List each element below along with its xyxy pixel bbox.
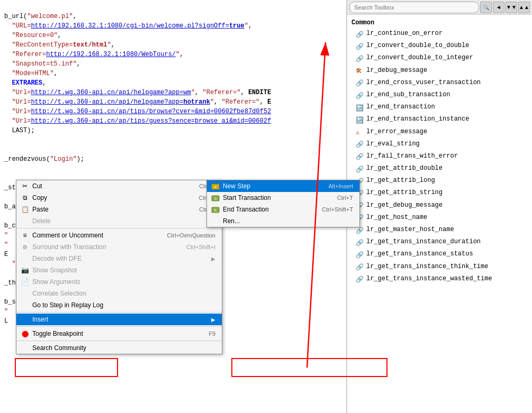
code-line: "Mode=HTML", <box>4 70 58 77</box>
nav-expand-button[interactable]: ▲▲ <box>518 2 530 13</box>
menu-item-insert-label: Insert <box>32 316 211 323</box>
code-line: "Snapshot=t5.inf", <box>4 60 80 68</box>
submenu-item-endtrans[interactable]: E End Transaction Ctrl+Shift+T <box>207 204 359 215</box>
menu-item-gotostep-label: Go to Step in Replay Log <box>32 301 215 309</box>
toolbox-item[interactable]: 🔗 lr_convert_double_to_double <box>347 40 532 52</box>
code-line: b_url("welcome.pl", <box>4 13 77 20</box>
snapshot-icon: 📷 <box>20 267 30 274</box>
toolbox-item[interactable]: 🔗 lr_get_trans_instance_wasted_time <box>347 273 532 285</box>
code-line <box>4 289 8 296</box>
toolbox-item-label: lr_convert_double_to_integer <box>366 53 473 63</box>
nav-collapse-button[interactable]: ▼▼ <box>506 2 517 13</box>
menu-item-comment[interactable]: ≡ Comment or Uncomment Ctrl+OemQuestion <box>16 230 222 241</box>
toolbox-item-label: lr_eval_string <box>366 139 420 149</box>
toolbox-item-label: lr_convert_double_to_double <box>366 41 469 51</box>
arrow-icon: ▶ <box>211 256 215 262</box>
toolbox-item[interactable]: 🔗 lr_end_cross_vuser_transaction <box>347 77 532 89</box>
menu-item-copy-label: Copy <box>32 194 183 201</box>
menu-separator-4 <box>16 341 222 341</box>
link-icon: 🔗 <box>356 42 363 50</box>
menu-item-decode[interactable]: Decode with DFE ▶ <box>16 253 222 264</box>
submenu-endtrans-label: End Transaction <box>223 206 311 213</box>
menu-item-cut[interactable]: ✂ Cut Ctrl+X <box>16 180 222 192</box>
menu-item-delete[interactable]: Delete Del <box>16 215 222 227</box>
menu-item-correlate[interactable]: Correlate Selection <box>16 288 222 299</box>
newstep-icon: + <box>210 182 221 190</box>
link-icon: 🔗 <box>356 275 363 282</box>
toolbox-item-label: lr_get_trans_instance_think_time <box>366 262 488 272</box>
context-menu: ✂ Cut Ctrl+X ⧉ Copy Ctrl+C 📋 Paste Ctrl+… <box>16 180 222 354</box>
code-line: LAST); <box>4 127 35 134</box>
transaction-icon: ⊕ <box>20 243 30 251</box>
menu-item-surround[interactable]: ⊕ Surround with Transaction Ctrl+Shift+I <box>16 241 222 253</box>
link-icon: 🔗 <box>356 238 363 246</box>
menu-item-copy[interactable]: ⧉ Copy Ctrl+C <box>16 192 222 204</box>
toolbox-item-label: lr_fail_trans_with_error <box>366 151 458 161</box>
menu-item-insert[interactable]: Insert ▶ <box>16 314 222 325</box>
link-icon: 🔗 <box>356 165 363 172</box>
submenu-starttrans-shortcut: Ctrl+T <box>327 195 353 201</box>
toolbox-item[interactable]: 🔗 lr_get_host_name <box>347 212 532 224</box>
toolbox-item[interactable]: 🔗 lr_convert_double_to_integer <box>347 52 532 64</box>
toolbox-item[interactable]: 🔗 lr_eval_string <box>347 138 532 150</box>
menu-item-gotostep[interactable]: Go to Step in Replay Log <box>16 299 222 311</box>
menu-item-search-community[interactable]: Search Community <box>16 342 222 354</box>
menu-item-search-community-label: Search Community <box>32 344 215 352</box>
submenu-newstep-label: New Step <box>223 182 318 190</box>
menu-item-breakpoint[interactable]: ⬤ Toggle Breakpoint F9 <box>16 328 222 339</box>
toolbox-item[interactable]: 🔗 lr_get_attrib_double <box>347 162 532 175</box>
toolbox-item[interactable]: ⚠ lr_error_message <box>347 126 532 138</box>
menu-item-correlate-label: Correlate Selection <box>32 290 215 297</box>
toolbox-search-bar: 🔍 ◄ ▼▼ ▲▲ <box>347 0 532 15</box>
toolbox-item[interactable]: 🔗 lr_end_sub_transaction <box>347 89 532 101</box>
toolbox-item[interactable]: 🔗 lr_get_debug_message <box>347 199 532 212</box>
toolbox-category-common: Common <box>347 17 532 27</box>
toolbox-item[interactable]: 🔗 lr_get_trans_instance_think_time <box>347 261 532 273</box>
menu-separator-3 <box>16 326 222 327</box>
code-line: _th <box>4 279 16 287</box>
menu-item-breakpoint-label: Toggle Breakpoint <box>32 330 193 337</box>
menu-item-paste[interactable]: 📋 Paste Ctrl+V <box>16 204 222 215</box>
toolbox-item[interactable]: 🔗 lr_get_master_host_name <box>347 224 532 236</box>
submenu-item-ren[interactable]: Ren... <box>207 215 359 227</box>
insert-submenu: + New Step Alt+Insert S Start Transactio… <box>206 180 360 227</box>
menu-separator-2 <box>16 312 222 313</box>
toolbox-item[interactable]: 🔗 lr_get_attrib_string <box>347 187 532 199</box>
submenu-starttrans-label: Start Transaction <box>223 194 327 201</box>
submenu-newstep-shortcut: Alt+Insert <box>318 183 353 189</box>
toolbox-item[interactable]: 🔚 lr_end_transaction_instance <box>347 113 532 125</box>
menu-item-comment-label: Comment or Uncomment <box>32 232 151 239</box>
toolbox-item[interactable]: 🔗 lr_get_attrib_long <box>347 175 532 187</box>
menu-item-snapshot[interactable]: 📷 Show Snapshot <box>16 264 222 276</box>
submenu-item-newstep[interactable]: + New Step Alt+Insert <box>207 180 359 192</box>
endtrans-icon: E <box>210 205 221 214</box>
menu-item-arguments[interactable]: 📄 Show Arguments <box>16 276 222 288</box>
link-icon: 🔗 <box>356 140 363 148</box>
toolbox-item[interactable]: 🛠 lr_debug_message <box>347 65 532 77</box>
search-button[interactable]: 🔍 <box>480 2 492 13</box>
toolbox-item[interactable]: 🔗 lr_fail_trans_with_error <box>347 150 532 162</box>
toolbox-item-label: lr_end_transaction_instance <box>366 114 469 124</box>
svg-text:E: E <box>214 208 217 212</box>
menu-separator <box>16 228 222 228</box>
scissors-icon: ✂ <box>20 182 30 190</box>
end-icon: 🔚 <box>356 116 363 123</box>
end-icon: 🔚 <box>356 104 363 111</box>
code-line <box>4 165 8 172</box>
code-line: "URL=http://192.168.32.1:1080/cgi-bin/we… <box>4 22 252 30</box>
toolbox-item-label: lr_get_debug_message <box>366 200 443 210</box>
toolbox-item[interactable]: 🔚 lr_end_transaction <box>347 101 532 113</box>
code-line: "Url=http://t.wg.360-api.cn/api/helpgame… <box>4 98 271 106</box>
submenu-item-starttrans[interactable]: S Start Transaction Ctrl+T <box>207 192 359 204</box>
link-icon: 🔗 <box>356 30 363 38</box>
toolbox-item[interactable]: 🔗 lr_get_trans_instance_status <box>347 248 532 260</box>
menu-item-snapshot-label: Show Snapshot <box>32 267 215 274</box>
toolbox-item[interactable]: 🔗 lr_get_trans_instance_duration <box>347 236 532 248</box>
search-toolbox-input[interactable] <box>349 2 479 13</box>
toolbox-item[interactable]: 🔗 lr_continue_on_error <box>347 27 532 40</box>
toolbox-item-label: lr_get_trans_instance_status <box>366 249 473 259</box>
code-line: E <box>4 251 8 258</box>
menu-item-decode-label: Decode with DFE <box>32 255 211 262</box>
insert-arrow-icon: ▶ <box>211 317 215 323</box>
nav-back-button[interactable]: ◄ <box>493 2 504 13</box>
